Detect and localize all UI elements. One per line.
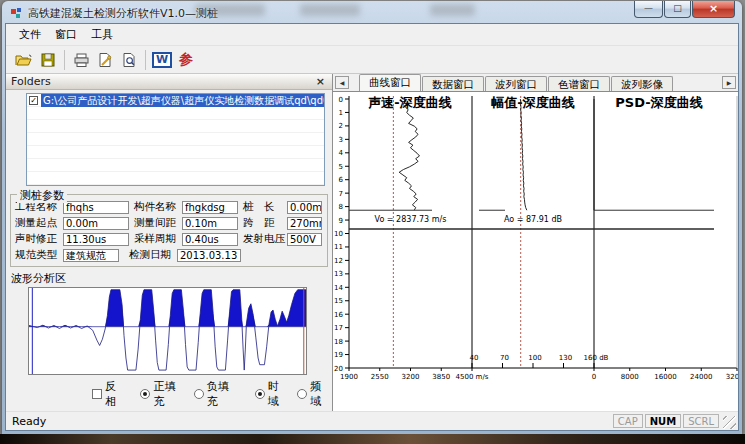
param-label: 测量间距 [134,216,182,230]
resize-grip[interactable] [723,416,736,429]
tab-curve-window[interactable]: 曲线窗口 [359,74,421,91]
voltage-field[interactable]: 500V [287,233,322,246]
param-label: 声时修正 [15,232,63,246]
svg-text:1900: 1900 [340,373,358,381]
positive-fill-radio[interactable] [140,389,150,399]
maximize-button[interactable]: □ [664,1,691,18]
titlebar[interactable]: 高铁建混凝土检测分析软件V1.0—测桩 — □ × [5,3,739,23]
save-floppy-icon [40,52,56,68]
file-checkbox[interactable]: ✓ [29,96,38,105]
param-label: 采样周期 [134,232,182,246]
file-listbox[interactable]: ✓ G:\公司产品设计开发\超声仪器\超声仪实地检测数据调试qd\qd03\qd… [26,93,325,186]
svg-text:9: 9 [339,217,343,225]
app-window: 高铁建混凝土检测分析软件V1.0—测桩 — □ × 文件 窗口 工具 [2,1,742,434]
param-label: 构件名称 [134,200,182,214]
tab-data-window[interactable]: 数据窗口 [422,76,484,91]
svg-text:130: 130 [559,354,572,362]
svg-text:40: 40 [470,354,479,362]
tab-wavetrain-window[interactable]: 波列窗口 [485,76,547,91]
sample-period-field[interactable]: 0.40us [182,233,238,246]
negative-fill-radio[interactable] [194,389,204,399]
svg-text:1: 1 [339,109,343,117]
spec-type-field[interactable]: 建筑规范 [63,249,119,262]
waveform-display[interactable] [28,287,307,375]
depth-curves-chart[interactable]: 声速-深度曲线 幅值-深度曲线 PSD-深度曲线 012345678910111… [333,92,738,411]
menu-tools[interactable]: 工具 [84,25,120,44]
chart-panel: ◀ 曲线窗口 数据窗口 波列窗口 色谱窗口 波列影像 ▶ 声速-深度曲线 幅值-… [333,74,738,411]
time-domain-radio[interactable] [255,389,265,399]
svg-text:100: 100 [528,354,541,362]
invert-checkbox[interactable] [92,389,102,399]
svg-text:13: 13 [334,270,343,278]
svg-text:18: 18 [334,338,343,346]
tab-scroll-right-icon[interactable]: ▶ [722,76,736,89]
file-path-label[interactable]: G:\公司产品设计开发\超声仪器\超声仪实地检测数据调试qd\qd03\qd03… [41,94,324,107]
depth-chart-plot: 0123456789101112131415161718192019002550… [333,92,738,390]
svg-text:6: 6 [339,176,344,184]
negative-fill-label: 负填充 [207,379,239,409]
param-label: 测量起点 [15,216,63,230]
freq-domain-radio[interactable] [297,389,307,399]
svg-text:0: 0 [339,96,343,104]
svg-text:17: 17 [334,324,343,332]
svg-text:10: 10 [334,230,343,238]
status-bar: Ready CAP NUM SCRL [6,411,738,430]
param-label: 发射电压 [243,232,287,246]
test-date-field[interactable]: 2013.03.13 [177,249,241,262]
menu-file[interactable]: 文件 [12,25,48,44]
app-icon [11,7,23,19]
param-label: 桩 长 [243,200,287,214]
word-export-button[interactable]: W [150,49,174,71]
param-char-icon: 参 [179,51,193,69]
parameter-button[interactable]: 参 [174,49,198,71]
svg-text:70: 70 [500,354,509,362]
svg-text:8: 8 [339,203,343,211]
svg-text:16: 16 [334,311,343,319]
glass-reflection [300,4,360,16]
svg-text:2550: 2550 [371,373,389,381]
project-name-field[interactable]: fhqhs [63,201,129,214]
svg-text:11: 11 [334,243,343,251]
span-field[interactable]: 270mm [287,217,322,230]
open-file-button[interactable] [12,49,36,71]
file-list-item[interactable]: ✓ G:\公司产品设计开发\超声仪器\超声仪实地检测数据调试qd\qd03\qd… [27,94,324,107]
printer-icon [73,52,90,68]
close-button[interactable]: × [692,1,735,18]
component-name-field[interactable]: fhgkdsg [182,201,238,214]
empty-list-row [27,107,324,120]
svg-text:20: 20 [334,365,343,373]
folders-panel-close-icon[interactable]: × [314,75,327,88]
freq-domain-label: 频域 [310,379,332,409]
print-setup-button[interactable] [93,49,117,71]
toolbar-separator [145,50,146,70]
svg-text:0: 0 [592,373,596,381]
measure-interval-field[interactable]: 0.10m [182,217,238,230]
tab-scroll-left-icon[interactable]: ◀ [335,76,349,89]
time-correction-field[interactable]: 11.30us [63,233,129,246]
svg-text:16000: 16000 [654,373,676,381]
svg-text:4: 4 [339,149,344,157]
empty-list-row [27,120,324,133]
window-title: 高铁建混凝土检测分析软件V1.0—测桩 [28,6,218,21]
pile-length-field[interactable]: 0.00m [287,201,322,214]
minimize-button[interactable]: — [634,1,663,18]
empty-list-row [27,146,324,159]
tab-wavetrain-image[interactable]: 波列影像 [611,76,673,91]
print-button[interactable] [69,49,93,71]
positive-fill-label: 正填充 [153,379,185,409]
word-icon: W [152,52,172,68]
svg-text:19: 19 [334,351,343,359]
menu-window[interactable]: 窗口 [48,25,84,44]
svg-text:24000: 24000 [690,373,712,381]
folders-panel-title: Folders [11,75,314,88]
measure-start-field[interactable]: 0.00m [63,217,129,230]
svg-text:14: 14 [334,284,343,292]
toolbar: W 参 [6,46,738,74]
print-preview-button[interactable] [117,49,141,71]
tab-spectrum-window[interactable]: 色谱窗口 [548,76,610,91]
tab-bar: ◀ 曲线窗口 数据窗口 波列窗口 色谱窗口 波列影像 ▶ [333,74,738,92]
save-button[interactable] [36,49,60,71]
svg-text:7: 7 [339,190,343,198]
svg-text:5: 5 [339,163,343,171]
param-label: 跨 距 [243,216,287,230]
